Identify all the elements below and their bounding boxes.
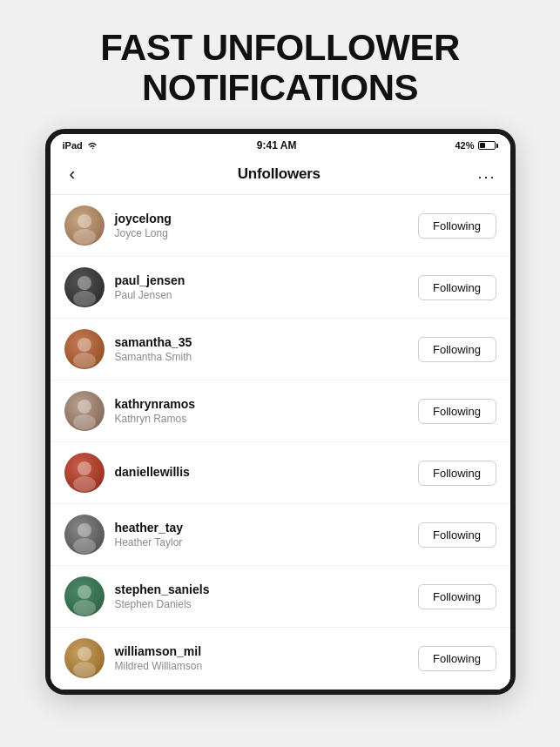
username: daniellewillis <box>115 465 408 479</box>
avatar <box>64 329 105 369</box>
back-button[interactable]: ‹ <box>64 162 81 185</box>
avatar-svg <box>64 638 105 678</box>
avatar <box>64 391 105 431</box>
username: stephen_saniels <box>115 582 408 596</box>
following-button[interactable]: Following <box>418 337 496 362</box>
user-info: williamson_milMildred Williamson <box>115 644 408 672</box>
avatar <box>64 205 105 246</box>
user-info: joycelongJoyce Long <box>115 212 408 239</box>
avatar-svg <box>64 576 105 616</box>
svg-point-8 <box>73 353 96 368</box>
wifi-icon <box>86 141 98 150</box>
following-button[interactable]: Following <box>418 213 496 239</box>
list-item: daniellewillisFollowing <box>51 442 510 504</box>
navigation-bar: ‹ Unfollowers ... <box>51 155 510 195</box>
user-info: paul_jensenPaul Jensen <box>115 273 408 301</box>
svg-point-5 <box>73 291 96 306</box>
user-info: stephen_sanielsStephen Daniels <box>115 582 408 610</box>
username: kathrynramos <box>115 397 408 411</box>
fullname: Joyce Long <box>115 227 408 239</box>
list-item: heather_tayHeather TaylorFollowing <box>51 504 510 566</box>
svg-point-16 <box>78 523 91 537</box>
fullname: Stephen Daniels <box>115 598 408 610</box>
battery-icon <box>478 141 498 150</box>
more-button[interactable]: ... <box>477 165 496 183</box>
user-info: kathrynramosKathryn Ramos <box>115 397 408 425</box>
status-bar: iPad 9:41 AM 42% <box>51 134 510 155</box>
avatar <box>64 638 105 678</box>
list-item: joycelongJoyce LongFollowing <box>51 195 510 257</box>
svg-point-1 <box>78 214 91 228</box>
avatar <box>64 515 105 555</box>
avatar <box>64 576 105 616</box>
username: samantha_35 <box>115 335 408 349</box>
following-button[interactable]: Following <box>418 461 496 486</box>
list-item: samantha_35Samantha SmithFollowing <box>51 319 510 380</box>
svg-point-2 <box>73 229 96 245</box>
svg-point-10 <box>78 400 91 414</box>
fullname: Mildred Williamson <box>115 660 408 672</box>
svg-point-17 <box>73 538 96 554</box>
fullname: Paul Jensen <box>115 289 408 301</box>
svg-point-7 <box>78 338 91 352</box>
fullname: Heather Taylor <box>115 536 408 548</box>
user-info: heather_tayHeather Taylor <box>115 521 408 548</box>
fullname: Kathryn Ramos <box>115 413 408 425</box>
list-item: williamson_milMildred WilliamsonFollowin… <box>51 628 510 690</box>
status-right: 42% <box>455 140 497 151</box>
svg-point-20 <box>73 600 96 616</box>
list-item: paul_jensenPaul JensenFollowing <box>51 257 510 319</box>
fullname: Samantha Smith <box>115 351 408 363</box>
nav-title: Unfollowers <box>238 165 320 183</box>
avatar <box>64 453 105 493</box>
avatar-svg <box>64 391 105 431</box>
avatar-svg <box>64 267 105 307</box>
following-button[interactable]: Following <box>418 399 496 424</box>
user-list: joycelongJoyce LongFollowing paul_jensen… <box>51 195 510 690</box>
avatar <box>64 267 105 307</box>
username: heather_tay <box>115 521 408 535</box>
username: joycelong <box>115 212 408 225</box>
username: williamson_mil <box>115 644 408 658</box>
avatar-svg <box>64 329 105 369</box>
avatar-svg <box>64 515 105 555</box>
avatar-svg <box>64 453 105 493</box>
following-button[interactable]: Following <box>418 275 496 300</box>
svg-point-22 <box>78 647 91 661</box>
list-item: stephen_sanielsStephen DanielsFollowing <box>51 566 510 628</box>
username: paul_jensen <box>115 273 408 287</box>
page-heading: FAST UNFOLLOWER NOTIFICATIONS <box>65 0 494 129</box>
svg-point-11 <box>73 414 96 430</box>
device-label: iPad <box>63 140 83 151</box>
user-info: daniellewillis <box>115 465 408 481</box>
list-item: kathrynramosKathryn RamosFollowing <box>51 380 510 442</box>
avatar-svg <box>64 205 105 246</box>
svg-point-23 <box>73 662 96 677</box>
following-button[interactable]: Following <box>418 522 496 548</box>
status-time: 9:41 AM <box>257 139 297 151</box>
device-frame: iPad 9:41 AM 42% ‹ Unfollowers ... <box>45 129 516 695</box>
status-left: iPad <box>63 140 98 151</box>
svg-point-14 <box>73 476 96 492</box>
battery-pct: 42% <box>455 140 474 151</box>
following-button[interactable]: Following <box>418 584 496 609</box>
user-info: samantha_35Samantha Smith <box>115 335 408 363</box>
following-button[interactable]: Following <box>418 646 496 671</box>
svg-point-19 <box>78 585 91 599</box>
svg-point-4 <box>78 276 91 290</box>
svg-point-13 <box>78 461 91 475</box>
